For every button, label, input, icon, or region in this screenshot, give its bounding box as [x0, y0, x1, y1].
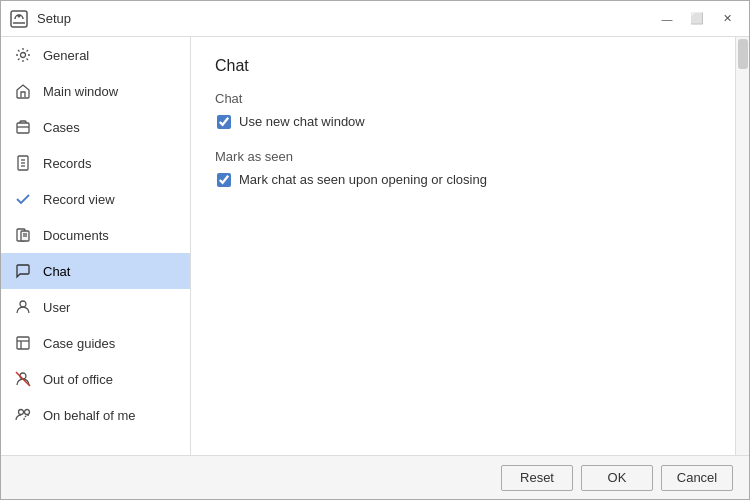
svg-rect-15	[17, 337, 29, 349]
user-icon	[13, 297, 33, 317]
gear-icon	[13, 45, 33, 65]
mark-chat-as-seen-row: Mark chat as seen upon opening or closin…	[217, 172, 725, 187]
chat-icon	[13, 261, 33, 281]
sidebar-label-out-of-office: Out of office	[43, 372, 113, 387]
sidebar-item-out-of-office[interactable]: Out of office	[1, 361, 190, 397]
svg-line-19	[16, 372, 30, 386]
on-behalf-icon	[13, 405, 33, 425]
checkmark-icon	[13, 189, 33, 209]
svg-rect-0	[11, 11, 27, 27]
sidebar-label-cases: Cases	[43, 120, 80, 135]
sidebar-label-general: General	[43, 48, 89, 63]
svg-rect-4	[17, 123, 29, 133]
sidebar-item-user[interactable]: User	[1, 289, 190, 325]
mark-as-seen-section: Mark as seen Mark chat as seen upon open…	[215, 149, 725, 187]
minimize-button[interactable]: —	[653, 8, 681, 30]
sidebar-label-documents: Documents	[43, 228, 109, 243]
use-new-chat-window-row: Use new chat window	[217, 114, 725, 129]
scrollbar[interactable]	[735, 37, 749, 455]
svg-point-20	[19, 410, 24, 415]
window-title: Setup	[37, 11, 653, 26]
out-of-office-icon	[13, 369, 33, 389]
maximize-button[interactable]: ⬜	[683, 8, 711, 30]
sidebar-label-user: User	[43, 300, 70, 315]
sidebar-item-case-guides[interactable]: Case guides	[1, 325, 190, 361]
chat-section-label: Chat	[215, 91, 725, 106]
case-guides-icon	[13, 333, 33, 353]
content-area: Chat Chat Use new chat window Mark as se…	[191, 37, 749, 455]
use-new-chat-window-label: Use new chat window	[239, 114, 365, 129]
use-new-chat-window-checkbox[interactable]	[217, 115, 231, 129]
sidebar-item-record-view[interactable]: Record view	[1, 181, 190, 217]
mark-chat-as-seen-checkbox[interactable]	[217, 173, 231, 187]
sidebar-label-on-behalf-of-me: On behalf of me	[43, 408, 136, 423]
sidebar-label-records: Records	[43, 156, 91, 171]
documents-icon	[13, 225, 33, 245]
svg-point-3	[21, 53, 26, 58]
mark-chat-as-seen-label: Mark chat as seen upon opening or closin…	[239, 172, 487, 187]
home-icon	[13, 81, 33, 101]
records-icon	[13, 153, 33, 173]
chat-section: Chat Use new chat window	[215, 91, 725, 129]
app-icon	[9, 9, 29, 29]
sidebar-label-case-guides: Case guides	[43, 336, 115, 351]
main-area: General Main window	[1, 37, 749, 455]
sidebar-item-documents[interactable]: Documents	[1, 217, 190, 253]
ok-button[interactable]: OK	[581, 465, 653, 491]
sidebar-item-on-behalf-of-me[interactable]: On behalf of me	[1, 397, 190, 433]
scrollbar-thumb	[738, 39, 748, 69]
window-controls: — ⬜ ✕	[653, 8, 741, 30]
content-title: Chat	[215, 57, 725, 75]
setup-window: Setup — ⬜ ✕ General	[0, 0, 750, 500]
sidebar-item-records[interactable]: Records	[1, 145, 190, 181]
sidebar-item-general[interactable]: General	[1, 37, 190, 73]
cases-icon	[13, 117, 33, 137]
svg-point-21	[25, 410, 30, 415]
titlebar: Setup — ⬜ ✕	[1, 1, 749, 37]
mark-as-seen-section-label: Mark as seen	[215, 149, 725, 164]
sidebar-item-main-window[interactable]: Main window	[1, 73, 190, 109]
cancel-button[interactable]: Cancel	[661, 465, 733, 491]
svg-point-1	[18, 14, 21, 17]
sidebar: General Main window	[1, 37, 191, 455]
reset-button[interactable]: Reset	[501, 465, 573, 491]
sidebar-label-record-view: Record view	[43, 192, 115, 207]
sidebar-label-main-window: Main window	[43, 84, 118, 99]
close-button[interactable]: ✕	[713, 8, 741, 30]
sidebar-item-chat[interactable]: Chat	[1, 253, 190, 289]
footer: Reset OK Cancel	[1, 455, 749, 499]
sidebar-label-chat: Chat	[43, 264, 70, 279]
svg-point-14	[20, 301, 26, 307]
sidebar-item-cases[interactable]: Cases	[1, 109, 190, 145]
